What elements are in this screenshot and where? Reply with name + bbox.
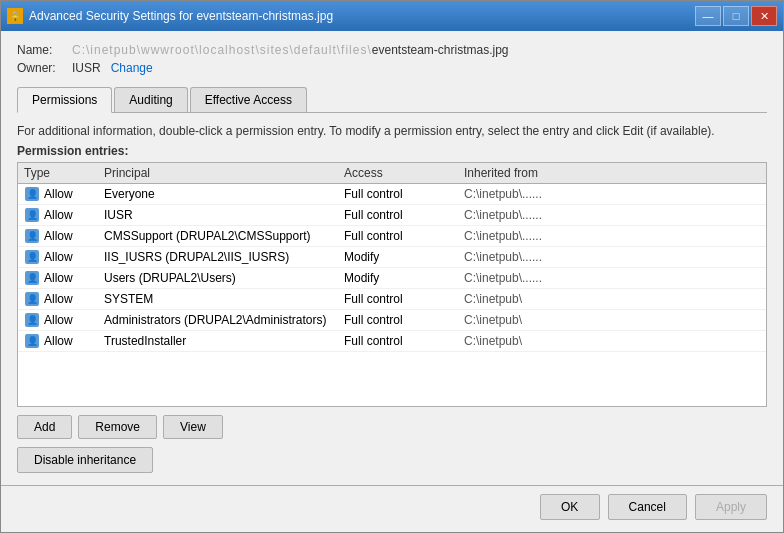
footer: OK Cancel Apply bbox=[1, 485, 783, 532]
row-access-1: Full control bbox=[344, 208, 464, 222]
table-row[interactable]: 👤 Allow IUSR Full control C:\inetpub\...… bbox=[18, 205, 766, 226]
row-type-0: 👤 Allow bbox=[24, 186, 104, 202]
row-inherited-4: C:\inetpub\...... bbox=[464, 271, 760, 285]
user-icon-5: 👤 bbox=[24, 291, 40, 307]
col-header-type: Type bbox=[24, 166, 104, 180]
disable-inheritance-container: Disable inheritance bbox=[17, 447, 767, 473]
row-principal-0: Everyone bbox=[104, 187, 344, 201]
table-row[interactable]: 👤 Allow SYSTEM Full control C:\inetpub\ bbox=[18, 289, 766, 310]
row-type-7: 👤 Allow bbox=[24, 333, 104, 349]
row-access-6: Full control bbox=[344, 313, 464, 327]
titlebar-left: 🔒 Advanced Security Settings for eventst… bbox=[7, 8, 333, 24]
user-icon-4: 👤 bbox=[24, 270, 40, 286]
col-header-principal: Principal bbox=[104, 166, 344, 180]
ok-button[interactable]: OK bbox=[540, 494, 600, 520]
window-icon: 🔒 bbox=[7, 8, 23, 24]
row-principal-6: Administrators (DRUPAL2\Administrators) bbox=[104, 313, 344, 327]
row-principal-1: IUSR bbox=[104, 208, 344, 222]
content-area: Name: C:\inetpub\wwwroot\localhost\sites… bbox=[1, 31, 783, 485]
row-principal-7: TrustedInstaller bbox=[104, 334, 344, 348]
table-header: Type Principal Access Inherited from bbox=[18, 163, 766, 184]
row-type-3: 👤 Allow bbox=[24, 249, 104, 265]
row-principal-5: SYSTEM bbox=[104, 292, 344, 306]
name-label: Name: bbox=[17, 43, 72, 57]
titlebar-buttons: — □ ✕ bbox=[695, 6, 777, 26]
table-row[interactable]: 👤 Allow CMSSupport (DRUPAL2\CMSSupport) … bbox=[18, 226, 766, 247]
section-label: Permission entries: bbox=[17, 144, 767, 158]
row-access-2: Full control bbox=[344, 229, 464, 243]
row-inherited-6: C:\inetpub\ bbox=[464, 313, 760, 327]
row-inherited-3: C:\inetpub\...... bbox=[464, 250, 760, 264]
tab-effective-access[interactable]: Effective Access bbox=[190, 87, 307, 112]
cancel-button[interactable]: Cancel bbox=[608, 494, 687, 520]
user-icon-7: 👤 bbox=[24, 333, 40, 349]
owner-label: Owner: bbox=[17, 61, 72, 75]
row-inherited-7: C:\inetpub\ bbox=[464, 334, 760, 348]
owner-row: Owner: IUSR Change bbox=[17, 61, 767, 75]
row-principal-2: CMSSupport (DRUPAL2\CMSSupport) bbox=[104, 229, 344, 243]
titlebar: 🔒 Advanced Security Settings for eventst… bbox=[1, 1, 783, 31]
add-button[interactable]: Add bbox=[17, 415, 72, 439]
apply-button[interactable]: Apply bbox=[695, 494, 767, 520]
name-value-visible: eventsteam-christmas.jpg bbox=[372, 43, 509, 57]
row-type-6: 👤 Allow bbox=[24, 312, 104, 328]
row-principal-3: IIS_IUSRS (DRUPAL2\IIS_IUSRS) bbox=[104, 250, 344, 264]
row-access-3: Modify bbox=[344, 250, 464, 264]
permissions-table: Type Principal Access Inherited from 👤 A… bbox=[17, 162, 767, 407]
window-title: Advanced Security Settings for eventstea… bbox=[29, 9, 333, 23]
user-icon-3: 👤 bbox=[24, 249, 40, 265]
row-principal-4: Users (DRUPAL2\Users) bbox=[104, 271, 344, 285]
action-buttons-row: Add Remove View bbox=[17, 415, 767, 439]
row-type-1: 👤 Allow bbox=[24, 207, 104, 223]
row-access-5: Full control bbox=[344, 292, 464, 306]
row-type-4: 👤 Allow bbox=[24, 270, 104, 286]
view-button[interactable]: View bbox=[163, 415, 223, 439]
name-value-blurred: C:\inetpub\wwwroot\localhost\sites\defau… bbox=[72, 43, 372, 57]
row-type-5: 👤 Allow bbox=[24, 291, 104, 307]
owner-value: IUSR bbox=[72, 61, 101, 75]
tab-permissions[interactable]: Permissions bbox=[17, 87, 112, 113]
user-icon-1: 👤 bbox=[24, 207, 40, 223]
table-row[interactable]: 👤 Allow TrustedInstaller Full control C:… bbox=[18, 331, 766, 352]
user-icon-6: 👤 bbox=[24, 312, 40, 328]
row-type-2: 👤 Allow bbox=[24, 228, 104, 244]
tabs-container: Permissions Auditing Effective Access bbox=[17, 87, 767, 113]
col-header-inherited: Inherited from bbox=[464, 166, 760, 180]
row-inherited-0: C:\inetpub\...... bbox=[464, 187, 760, 201]
change-owner-link[interactable]: Change bbox=[111, 61, 153, 75]
main-window: 🔒 Advanced Security Settings for eventst… bbox=[0, 0, 784, 533]
row-access-7: Full control bbox=[344, 334, 464, 348]
row-inherited-2: C:\inetpub\...... bbox=[464, 229, 760, 243]
tab-auditing[interactable]: Auditing bbox=[114, 87, 187, 112]
user-icon-2: 👤 bbox=[24, 228, 40, 244]
close-button[interactable]: ✕ bbox=[751, 6, 777, 26]
maximize-button[interactable]: □ bbox=[723, 6, 749, 26]
disable-inheritance-button[interactable]: Disable inheritance bbox=[17, 447, 153, 473]
table-row[interactable]: 👤 Allow Administrators (DRUPAL2\Administ… bbox=[18, 310, 766, 331]
user-icon-0: 👤 bbox=[24, 186, 40, 202]
name-row: Name: C:\inetpub\wwwroot\localhost\sites… bbox=[17, 43, 767, 57]
tab-content: For additional information, double-click… bbox=[17, 113, 767, 473]
row-access-4: Modify bbox=[344, 271, 464, 285]
table-row[interactable]: 👤 Allow Users (DRUPAL2\Users) Modify C:\… bbox=[18, 268, 766, 289]
remove-button[interactable]: Remove bbox=[78, 415, 157, 439]
minimize-button[interactable]: — bbox=[695, 6, 721, 26]
row-access-0: Full control bbox=[344, 187, 464, 201]
description-text: For additional information, double-click… bbox=[17, 123, 767, 140]
row-inherited-1: C:\inetpub\...... bbox=[464, 208, 760, 222]
row-inherited-5: C:\inetpub\ bbox=[464, 292, 760, 306]
col-header-access: Access bbox=[344, 166, 464, 180]
table-row[interactable]: 👤 Allow IIS_IUSRS (DRUPAL2\IIS_IUSRS) Mo… bbox=[18, 247, 766, 268]
table-row[interactable]: 👤 Allow Everyone Full control C:\inetpub… bbox=[18, 184, 766, 205]
